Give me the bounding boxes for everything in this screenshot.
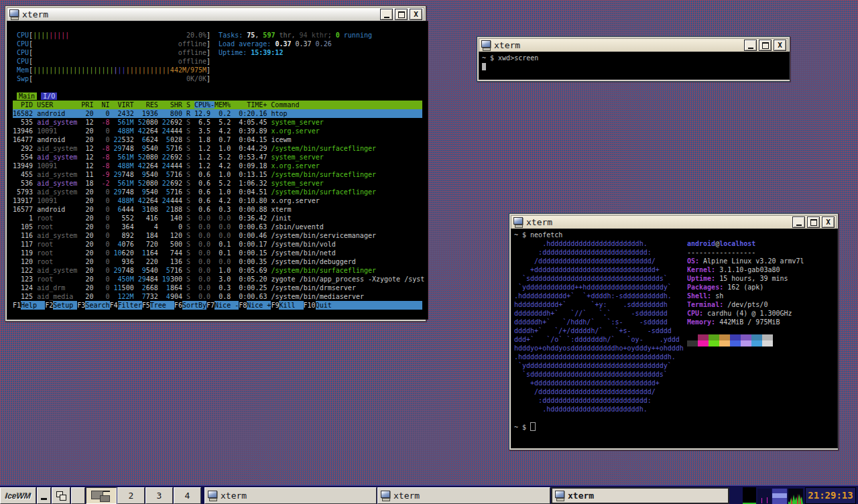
process-row[interactable]: 120 root 20 0 936 220 136 S 0.0 0.0 0:00… <box>13 257 428 266</box>
fkey-F1[interactable]: F1 <box>13 301 21 310</box>
workspace-button-2[interactable]: 2 <box>117 487 145 504</box>
show-desktop-button[interactable] <box>37 487 51 504</box>
fkey-F4-label[interactable]: Filter <box>118 301 142 310</box>
neofetch-titlebar[interactable]: xterm X <box>511 215 837 229</box>
process-row[interactable]: 16582 android 20 0 2432 1936 800 R 12.9 … <box>13 109 422 118</box>
process-row[interactable]: 455 aid_system 11 -9 29748 9540 5716 S 0… <box>13 170 428 179</box>
fkey-F4[interactable]: F4 <box>110 301 118 310</box>
process-row[interactable]: 536 aid_system 18 -2 561M 52080 22692 S … <box>13 179 428 188</box>
color-swatch <box>719 334 730 340</box>
fkey-F6[interactable]: F6 <box>174 301 182 310</box>
fkey-F6-label[interactable]: SortBy <box>182 301 206 310</box>
desktop[interactable]: { "colors": { "term_fg": "#c8c8c8", "ter… <box>0 0 858 504</box>
terminal-icon <box>513 217 524 227</box>
tab-io[interactable]: I/O <box>41 92 57 100</box>
function-key-bar: F1Help F2Setup F3SearchF4FilterF5Tree F6… <box>13 301 422 310</box>
fkey-F3-label[interactable]: Search <box>85 301 109 310</box>
fkey-F10-label[interactable]: Quit <box>316 301 332 310</box>
process-row[interactable]: 535 aid_system 12 -8 561M 52080 22692 S … <box>13 118 428 127</box>
process-row[interactable]: 105 root 20 0 364 4 0 S 0.0 0.0 0:00.63 … <box>13 223 428 231</box>
neofetch-packages: Packages: 162 (apk) <box>687 283 804 292</box>
task-button-xterm-3-active[interactable]: xterm <box>551 487 729 504</box>
cpu2-meter: CPU[ offline] Load average: 0.37 0.37 0.… <box>13 40 428 48</box>
color-swatch <box>687 340 698 346</box>
task-button-xterm-1[interactable]: xterm <box>204 487 377 504</box>
xwd-titlebar[interactable]: xterm X <box>479 38 788 52</box>
close-button[interactable]: X <box>822 216 835 228</box>
process-row[interactable]: 124 aid_drm 20 0 11500 2668 1864 S 0.0 0… <box>13 284 428 292</box>
fkey-F9[interactable]: F9 <box>271 301 279 310</box>
tab-main[interactable]: Main <box>17 92 37 100</box>
task-button-xterm-2[interactable]: xterm <box>377 487 550 504</box>
neofetch-terminal[interactable]: ~ $ neofetch .hddddddddddddddddddddddh. … <box>511 229 838 448</box>
maximize-button[interactable] <box>807 216 820 228</box>
window-title: xterm <box>526 217 790 227</box>
icewm-logo: IceWM <box>5 491 31 501</box>
xwd-terminal[interactable]: ~ $ xwd>screen <box>479 52 790 80</box>
process-row[interactable]: 116 aid_system 20 0 892 184 120 S 0.0 0.… <box>13 231 428 240</box>
process-row[interactable]: 5793 aid_system 20 0 29748 9540 5716 S 0… <box>13 188 428 196</box>
empty-button[interactable] <box>71 487 85 504</box>
fkey-F2[interactable]: F2 <box>45 301 53 310</box>
process-row[interactable]: 554 aid_system 12 -8 561M 52080 22692 S … <box>13 153 428 162</box>
htop-terminal: CPU[||||||||| 20.0%] Tasks: 75, 597 thr,… <box>7 21 428 320</box>
process-row[interactable]: 1 root 20 0 552 416 140 S 0.0 0.0 0:36.4… <box>13 214 428 223</box>
process-row[interactable]: 119 root 20 0 10620 1164 744 S 0.0 0.1 0… <box>13 249 428 257</box>
network-monitor-applet[interactable] <box>757 489 771 504</box>
close-button[interactable]: X <box>774 40 786 51</box>
color-swatch <box>709 334 719 340</box>
process-row[interactable]: 16477 android 20 0 22532 6624 5028 S 1.8… <box>13 135 428 144</box>
fkey-F7[interactable]: F7 <box>206 301 214 310</box>
process-row[interactable]: 13917 10091 20 0 488M 42264 24444 S 0.6 … <box>13 196 428 205</box>
color-swatch <box>698 334 709 340</box>
color-swatch <box>762 334 773 340</box>
color-swatch <box>687 334 698 340</box>
process-row[interactable]: 13946 10091 20 0 488M 42264 24444 S 3.5 … <box>13 127 428 135</box>
color-swatch <box>698 340 709 346</box>
minimize-button[interactable] <box>744 40 757 51</box>
workspace-button-4[interactable]: 4 <box>174 487 201 504</box>
fkey-F8[interactable]: F8 <box>239 301 247 310</box>
process-row[interactable]: 117 root 20 0 4076 720 500 S 0.0 0.1 0:0… <box>13 240 428 249</box>
workspace-button-1[interactable] <box>86 487 117 504</box>
fkey-F8-label[interactable]: Nice + <box>247 301 271 310</box>
htop-titlebar[interactable]: xterm X <box>7 7 424 21</box>
terminal-icon <box>9 9 19 19</box>
start-menu-button[interactable]: IceWM <box>0 487 36 504</box>
memory-monitor-applet[interactable] <box>772 489 787 504</box>
fkey-F1-label[interactable]: Help <box>21 301 45 310</box>
fkey-F5-label[interactable]: Tree <box>150 301 174 310</box>
htop-tabs: Main I/O <box>13 92 428 101</box>
fkey-F2-label[interactable]: Setup <box>53 301 77 310</box>
terminal-icon <box>554 491 565 501</box>
minimize-button[interactable] <box>380 9 393 20</box>
process-row[interactable]: 122 aid_system 20 0 29748 9540 5716 S 0.… <box>13 266 428 275</box>
fkey-F9-label[interactable]: Kill <box>279 301 303 310</box>
htop-window: xterm X CPU[||||||||| 20.0%] Tasks: 75, … <box>5 5 426 322</box>
fkey-F5[interactable]: F5 <box>142 301 150 310</box>
process-table-header[interactable]: PID USER PRI NI VIRT RES SHR S CPU%-MEM%… <box>13 101 422 109</box>
minimize-button[interactable] <box>792 216 805 228</box>
network-history-applet[interactable] <box>788 489 803 504</box>
workspace-preview-icon <box>90 490 113 501</box>
terminal-color-palette <box>687 334 804 346</box>
maximize-button[interactable] <box>395 9 408 20</box>
process-row[interactable]: 125 aid_media 20 0 122M 7732 4904 S 0.0 … <box>13 292 428 301</box>
close-button[interactable]: X <box>410 9 422 20</box>
color-swatch <box>730 334 741 340</box>
maximize-button[interactable] <box>759 40 772 51</box>
color-swatch <box>709 340 719 346</box>
process-row[interactable]: 292 aid_system 12 -8 29748 9540 5716 S 1… <box>13 144 428 153</box>
terminal-icon <box>207 491 218 501</box>
fkey-F7-label[interactable]: Nice - <box>214 301 239 310</box>
color-swatch <box>762 340 773 346</box>
process-row[interactable]: 13949 10091 12 -8 488M 42264 24444 S 1.2… <box>13 162 428 170</box>
fkey-F3[interactable]: F3 <box>77 301 85 310</box>
cpu-monitor-applet[interactable] <box>743 487 756 504</box>
window-list-button[interactable] <box>52 487 70 504</box>
process-row[interactable]: 123 root 20 0 450M 29484 19300 S 0.0 3.0… <box>13 275 428 284</box>
workspace-button-3[interactable]: 3 <box>145 487 173 504</box>
taskbar-clock[interactable]: 21:29:13 <box>805 487 856 504</box>
process-row[interactable]: 16577 android 20 0 6444 3108 2188 S 0.6 … <box>13 205 428 214</box>
fkey-F10[interactable]: F10 <box>304 301 316 310</box>
